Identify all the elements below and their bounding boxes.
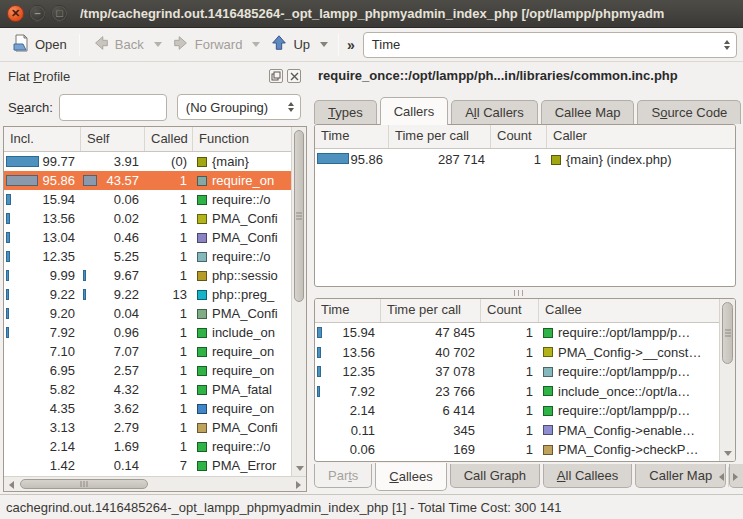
scrollbar-thumb[interactable] (20, 479, 148, 489)
table-row[interactable]: 7.9223 7661include_once::/opt/la… (315, 382, 719, 402)
scroll-down-button[interactable] (722, 448, 733, 459)
up-button[interactable]: Up (264, 31, 316, 58)
table-row[interactable]: 15.940.061require::/o (4, 190, 291, 209)
flat-profile-vertical-scrollbar[interactable] (291, 127, 306, 476)
open-button[interactable]: Open (6, 31, 73, 58)
function-name: {main} (193, 152, 291, 171)
table-row[interactable]: 5.824.321PMA_fatal (4, 380, 291, 399)
function-name: require::/opt/lampp/p… (539, 323, 719, 343)
search-input[interactable] (59, 94, 167, 121)
self-value: 0.46 (81, 228, 145, 247)
time-value: 2.14 (315, 401, 381, 421)
toolbar-overflow-chevron[interactable]: » (347, 37, 355, 53)
scrollbar-thumb[interactable] (722, 302, 733, 364)
dock-float-button[interactable] (269, 69, 283, 83)
table-row[interactable]: 1.420.147PMA_Error (4, 456, 291, 475)
called-value: 1 (145, 361, 193, 380)
tab-callee-map[interactable]: Callee Map (541, 100, 635, 124)
table-row[interactable]: 9.229.2213php::preg_ (4, 285, 291, 304)
time-per-call-value: 23 766 (381, 382, 481, 402)
up-dropdown-caret[interactable] (320, 42, 328, 47)
table-row[interactable]: 99.773.91(0){main} (4, 152, 291, 171)
table-row[interactable]: 13.560.021PMA_Confi (4, 209, 291, 228)
table-row[interactable]: 3.132.791PMA_Confi (4, 418, 291, 437)
table-row[interactable]: 6.952.571require_on (4, 361, 291, 380)
detail-bottom-tabbar: PartsCalleesCall GraphAll CalleesCaller … (314, 464, 743, 493)
table-row[interactable]: 95.86287 7141{main} (index.php) (315, 149, 735, 170)
forward-button[interactable]: Forward (166, 31, 249, 58)
back-button[interactable]: Back (86, 31, 150, 58)
flat-profile-dock-header: Flat Profile (0, 62, 309, 90)
time-per-call-value: 37 078 (381, 362, 481, 382)
tab-all-callers[interactable]: All Callers (451, 100, 538, 124)
scroll-down-button[interactable] (294, 463, 305, 474)
tab-callers[interactable]: Callers (380, 97, 448, 125)
tab-scroll-left-button[interactable] (714, 467, 727, 487)
column-header-count[interactable]: Count (491, 125, 547, 148)
titlebar: ✕ – □ /tmp/cachegrind.out.1416485264-_op… (0, 0, 743, 28)
column-header-callee[interactable]: Callee (539, 299, 719, 322)
table-row[interactable]: 4.353.621require_on (4, 399, 291, 418)
table-row[interactable]: 7.107.071require_on (4, 342, 291, 361)
function-name: require_on (193, 361, 291, 380)
called-value: 1 (145, 380, 193, 399)
table-row[interactable]: 13.040.461PMA_Confi (4, 228, 291, 247)
self-value: 9.67 (81, 266, 145, 285)
splitter-handle[interactable] (514, 290, 523, 296)
callees-header: Time Time per call Count Callee (315, 299, 719, 323)
table-row[interactable]: 13.5640 7021PMA_Config->__const… (315, 343, 719, 363)
function-name: PMA_Confi (193, 209, 291, 228)
table-row[interactable]: 15.9447 8451require::/opt/lampp/p… (315, 323, 719, 343)
tab-all-callees[interactable]: All Callees (543, 464, 632, 488)
function-color-icon (543, 328, 553, 338)
tab-parts[interactable]: Parts (314, 464, 372, 488)
function-color-icon (197, 423, 207, 433)
window-maximize-button[interactable]: □ (51, 5, 68, 22)
column-header-incl[interactable]: Incl. (4, 127, 81, 151)
tab-call-graph[interactable]: Call Graph (450, 464, 540, 488)
column-header-count[interactable]: Count (481, 299, 539, 322)
table-row[interactable]: 12.3537 0781require::/opt/lampp/p… (315, 362, 719, 382)
scroll-left-button[interactable] (6, 479, 17, 490)
function-name: require_on (193, 342, 291, 361)
table-row[interactable]: 0.113451PMA_Config->enable… (315, 421, 719, 441)
table-row[interactable]: 7.920.961include_on (4, 323, 291, 342)
table-row[interactable]: 95.8643.571require_on (4, 171, 291, 190)
column-header-caller[interactable]: Caller (547, 125, 735, 148)
dock-close-button[interactable] (287, 69, 301, 83)
column-header-self[interactable]: Self (81, 127, 145, 151)
tab-caller-map[interactable]: Caller Map (635, 464, 726, 488)
table-row[interactable]: 2.141.691require::/o (4, 437, 291, 456)
column-header-function[interactable]: Function (193, 127, 291, 151)
scrollbar-thumb[interactable] (294, 130, 304, 302)
called-value: 1 (145, 171, 193, 190)
column-header-time-per-call[interactable]: Time per call (389, 125, 491, 148)
table-row[interactable]: 12.355.251require::/o (4, 247, 291, 266)
called-value: 7 (145, 456, 193, 475)
event-type-combobox[interactable]: Time (363, 32, 737, 58)
callees-vertical-scrollbar[interactable] (719, 299, 735, 461)
scroll-right-button[interactable] (293, 479, 304, 490)
flat-profile-horizontal-scrollbar[interactable] (4, 476, 306, 491)
table-row[interactable]: 9.999.671php::sessio (4, 266, 291, 285)
tab-types[interactable]: Types (314, 100, 377, 124)
self-value: 0.96 (81, 323, 145, 342)
table-row[interactable]: 2.146 4141require::/opt/lampp/p… (315, 401, 719, 421)
window-minimize-button[interactable]: – (29, 5, 46, 22)
table-row[interactable]: 0.061691PMA_Config->checkP… (315, 440, 719, 460)
tab-callees[interactable]: Callees (375, 463, 446, 491)
tab-source-code[interactable]: Source Code (637, 100, 741, 124)
callees-rows: 15.9447 8451require::/opt/lampp/p…13.564… (315, 323, 719, 460)
forward-dropdown-caret[interactable] (252, 42, 260, 47)
table-row[interactable]: 9.200.041PMA_Confi (4, 304, 291, 323)
column-header-time[interactable]: Time (315, 299, 381, 322)
back-dropdown-caret[interactable] (154, 42, 162, 47)
status-text: cachegrind.out.1416485264-_opt_lampp_php… (6, 500, 562, 515)
column-header-time-per-call[interactable]: Time per call (381, 299, 481, 322)
column-header-called[interactable]: Called (145, 127, 193, 151)
column-header-time[interactable]: Time (315, 125, 389, 148)
tab-scroll-right-button[interactable] (728, 467, 741, 487)
window-close-button[interactable]: ✕ (7, 5, 24, 22)
grouping-combobox[interactable]: (No Grouping) (177, 94, 301, 120)
self-value: 0.06 (81, 190, 145, 209)
